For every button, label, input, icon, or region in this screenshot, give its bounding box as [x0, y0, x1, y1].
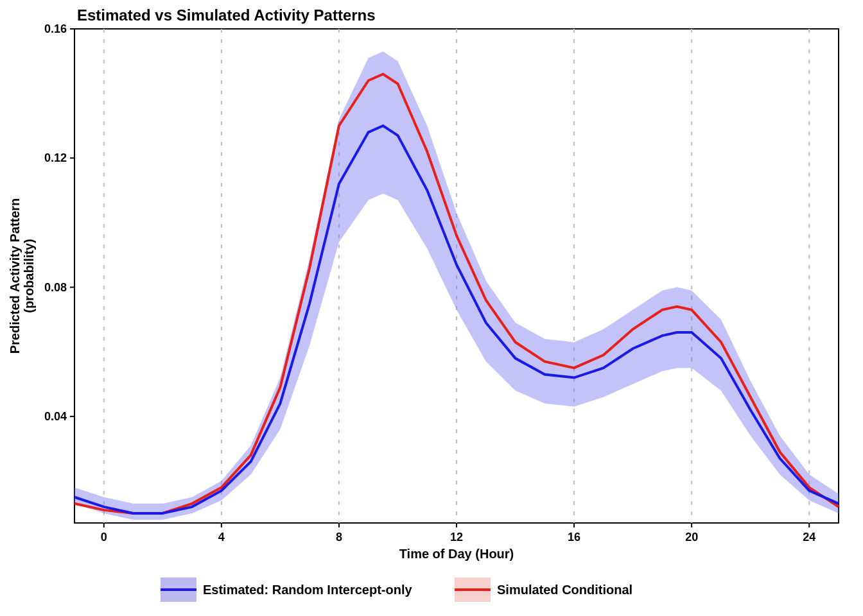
y-axis: 0.040.080.120.16 [44, 22, 74, 423]
x-axis-label: Time of Day (Hour) [399, 547, 514, 561]
svg-text:16: 16 [568, 531, 580, 543]
svg-text:4: 4 [218, 531, 225, 543]
svg-text:Predicted Activity Pattern: Predicted Activity Pattern [8, 198, 22, 354]
svg-text:24: 24 [803, 531, 815, 543]
svg-text:20: 20 [685, 531, 698, 543]
svg-text:0.16: 0.16 [44, 22, 67, 35]
svg-text:8: 8 [336, 531, 342, 543]
legend: Estimated: Random Intercept-onlySimulate… [161, 578, 632, 602]
chart-title: Estimated vs Simulated Activity Patterns [77, 6, 376, 24]
svg-text:0: 0 [101, 531, 107, 543]
svg-text:12: 12 [450, 531, 463, 543]
plot-area [74, 29, 839, 523]
svg-text:(probability): (probability) [22, 239, 36, 313]
y-axis-label: Predicted Activity Pattern (probability) [8, 198, 36, 354]
svg-text:0.08: 0.08 [44, 281, 67, 294]
svg-text:Estimated: Random Intercept-on: Estimated: Random Intercept-only [203, 583, 412, 597]
svg-text:0.12: 0.12 [44, 151, 67, 164]
activity-pattern-chart: Estimated vs Simulated Activity Patterns… [0, 0, 863, 616]
svg-text:0.04: 0.04 [44, 410, 67, 423]
svg-text:Simulated Conditional: Simulated Conditional [497, 583, 632, 597]
x-axis: 04812162024 [101, 523, 815, 543]
